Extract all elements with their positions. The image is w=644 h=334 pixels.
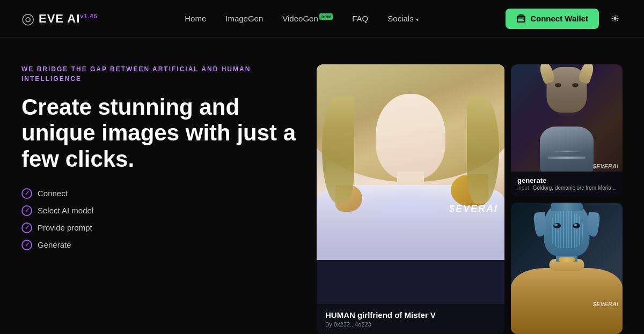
check-icon-1 xyxy=(21,188,32,199)
list-item: Provide prompt xyxy=(21,222,301,233)
nav-link-imagegen[interactable]: ImageGen xyxy=(225,14,263,23)
nav-item-faq[interactable]: FAQ xyxy=(352,14,368,24)
list-item: Generate xyxy=(21,240,301,250)
nav-item-videogen[interactable]: VideoGennew xyxy=(282,14,333,24)
gallery-section: $EVERAI HUMAN girlfriend of Mister V By … xyxy=(317,64,623,334)
side-card-1[interactable]: $EVERAI generate input Goldorg, demonic … xyxy=(511,64,623,196)
check-icon-3 xyxy=(21,222,32,233)
main-gallery-card[interactable]: $EVERAI HUMAN girlfriend of Mister V By … xyxy=(317,64,504,334)
logo[interactable]: ◎ EVE AIv1.45 xyxy=(21,10,98,27)
side-cards-column: $EVERAI generate input Goldorg, demonic … xyxy=(511,64,623,334)
chevron-down-icon: ▾ xyxy=(416,17,419,23)
tagline: WE BRIDGE THE GAP BETWEEN ARTIFICIAL AND… xyxy=(21,64,301,84)
main-card-footer: HUMAN girlfriend of Mister V By 0x232...… xyxy=(317,304,504,334)
theme-toggle-button[interactable]: ☀ xyxy=(608,10,623,28)
logo-text: EVE AIv1.45 xyxy=(39,12,98,26)
main-card-image: $EVERAI xyxy=(317,64,504,260)
navbar: ◎ EVE AIv1.45 Home ImageGen VideoGennew … xyxy=(0,0,644,38)
side-card-2[interactable]: $EVERAI xyxy=(511,203,623,335)
nav-link-home[interactable]: Home xyxy=(185,14,206,23)
side-card-1-info: generate input Goldorg, demonic orc from… xyxy=(511,172,623,196)
logo-icon: ◎ xyxy=(21,10,34,27)
side-card-1-title: generate xyxy=(517,176,616,184)
list-item: Connect xyxy=(21,188,301,199)
nav-item-socials[interactable]: Socials ▾ xyxy=(387,14,419,24)
main-content: WE BRIDGE THE GAP BETWEEN ARTIFICIAL AND… xyxy=(0,38,644,334)
nav-right: Connect Wallet ☀ xyxy=(506,9,623,29)
sun-icon: ☀ xyxy=(611,13,619,24)
main-card-title: HUMAN girlfriend of Mister V xyxy=(325,310,496,320)
side-card-1-input-label: input Goldorg, demonic orc from Moria... xyxy=(517,184,616,191)
nav-item-home[interactable]: Home xyxy=(185,14,206,24)
check-icon-4 xyxy=(21,240,32,250)
list-item: Select AI model xyxy=(21,205,301,216)
nav-link-videogen[interactable]: VideoGennew xyxy=(282,14,333,23)
nav-links: Home ImageGen VideoGennew FAQ Socials ▾ xyxy=(185,14,419,24)
side-card-2-watermark: $EVERAI xyxy=(593,301,618,307)
nav-link-faq[interactable]: FAQ xyxy=(352,14,368,23)
check-icon-2 xyxy=(21,205,32,216)
main-card-watermark: $EVERAI xyxy=(449,203,498,214)
wallet-icon xyxy=(516,14,526,24)
nav-item-imagegen[interactable]: ImageGen xyxy=(225,14,263,24)
hero-title: Create stunning and unique images with j… xyxy=(21,94,301,172)
svg-point-0 xyxy=(523,19,524,20)
left-section: WE BRIDGE THE GAP BETWEEN ARTIFICIAL AND… xyxy=(21,64,301,334)
connect-wallet-button[interactable]: Connect Wallet xyxy=(506,9,599,29)
side-card-1-watermark: $EVERAI xyxy=(593,163,618,169)
main-card-subtitle: By 0x232...4o223 xyxy=(325,321,496,328)
checklist: Connect Select AI model Provide prompt G… xyxy=(21,188,301,250)
nav-link-socials[interactable]: Socials ▾ xyxy=(387,14,419,23)
